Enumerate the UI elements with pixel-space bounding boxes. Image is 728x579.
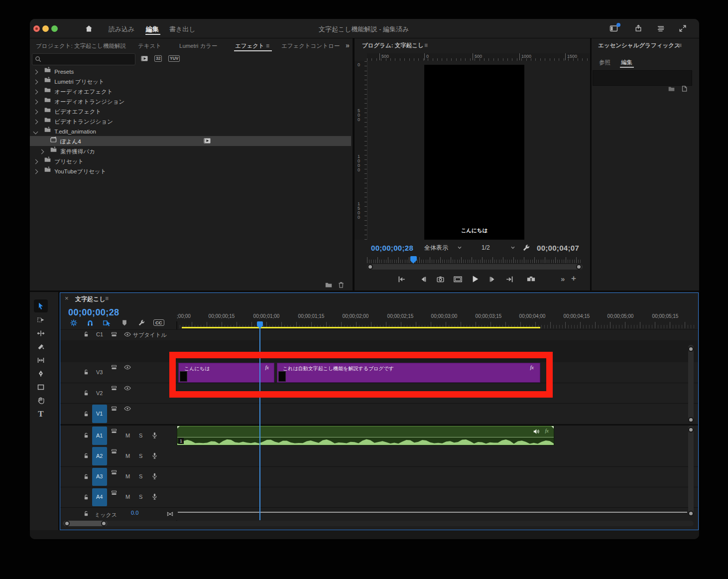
track-id-v1[interactable]: V1 [96,411,103,417]
home-icon[interactable] [85,24,93,33]
type-tool[interactable]: T [34,408,48,421]
audio-scrollbar-top-handle[interactable] [688,427,694,433]
tab-project[interactable]: プロジェクト: 文字起こし機能解説 [36,42,126,50]
step-forward-icon[interactable] [488,275,497,284]
voiceover-mic-icon[interactable] [151,493,158,502]
fade-handle-left[interactable] [177,426,180,429]
source-patch-icon[interactable] [111,469,118,477]
audio-scrollbar-track[interactable] [688,426,694,516]
rectangle-tool[interactable] [34,381,48,394]
eg-tab-browse[interactable]: 参照 [599,59,610,66]
step-back-icon[interactable] [419,275,427,284]
track-lock-icon[interactable] [83,432,90,440]
accelerated-effects-icon[interactable] [140,55,148,62]
slip-tool[interactable] [34,354,48,367]
program-scrollbar-track[interactable] [367,264,583,270]
chevron-down-icon[interactable] [33,130,38,135]
graphic-clip-2[interactable]: これは自動文字起こし機能を解説するブログです fx [277,363,540,383]
playback-resolution-dropdown[interactable]: 1/2 [476,243,517,253]
mix-volume-value[interactable]: 0.0 [131,510,138,516]
source-patch-icon[interactable] [111,364,118,372]
timeline-zoom-scrollbar-track[interactable] [62,521,694,526]
solo-button[interactable]: S [139,473,142,479]
yuv-filter-icon[interactable]: YUV [168,55,180,62]
source-patch-icon[interactable] [111,448,118,456]
tree-item-video-transitions[interactable]: ビデオトランジション [30,116,351,126]
tab-text[interactable]: テキスト [138,42,161,50]
track-lock-icon[interactable] [83,452,90,461]
track-select-forward-tool[interactable] [34,313,48,326]
zoom-scrollbar-right-handle[interactable] [101,521,107,526]
timeline-tab-label[interactable]: 文字起こし [75,295,106,303]
program-current-timecode[interactable]: 00;00;00;28 [371,244,413,252]
razor-tool[interactable] [34,340,48,353]
track-output-eye-icon[interactable] [123,405,131,414]
essential-graphics-menu-icon[interactable]: ≡ [678,42,682,49]
program-playhead[interactable] [410,256,417,261]
tree-item-presets-jp[interactable]: プリセット [30,156,351,166]
hand-tool[interactable] [34,394,48,407]
timeline-playhead-line[interactable] [259,328,260,520]
tree-item-audio-effects[interactable]: オーディオエフェクト [30,86,351,96]
selection-tool[interactable] [34,299,48,312]
track-lock-icon[interactable] [83,369,90,377]
mute-button[interactable]: M [125,473,130,479]
timeline-zoom-scrollbar-pill[interactable] [64,521,107,526]
solo-button[interactable]: S [139,494,142,500]
source-patch-icon[interactable] [111,405,118,414]
timeline-menu-icon[interactable]: ≡ [105,295,109,302]
traffic-zoom-button[interactable] [51,25,58,32]
program-monitor-menu-icon[interactable]: ≡ [424,42,428,49]
timeline-settings-wrench-icon[interactable] [137,319,145,327]
share-icon[interactable] [634,24,642,32]
captions-cc-icon[interactable]: CC [153,319,164,326]
eg-tab-edit[interactable]: 編集 [621,59,632,66]
video-scrollbar-top-handle[interactable] [688,346,694,352]
nest-toggle-icon[interactable] [70,319,78,327]
voiceover-mic-icon[interactable] [151,432,158,440]
goto-out-icon[interactable] [505,275,514,284]
voiceover-mic-icon[interactable] [151,452,158,461]
nav-tab-edit[interactable]: 編集 [146,25,159,34]
track-id-a2[interactable]: A2 [96,453,103,459]
eg-group-icon[interactable] [668,85,675,93]
settings-wrench-icon[interactable] [522,244,530,252]
tab-effects-menu-icon[interactable]: ≡ [266,42,269,49]
video-scrollbar-track[interactable] [688,345,694,423]
new-bin-icon[interactable] [325,281,333,289]
program-scrollbar-right-handle[interactable] [576,264,582,270]
track-output-eye-icon[interactable] [123,331,131,339]
fullscreen-icon[interactable] [679,24,687,32]
linked-selection-icon[interactable] [103,319,112,327]
ripple-edit-tool[interactable] [34,327,48,340]
mute-button[interactable]: M [125,433,130,438]
comparison-view-icon[interactable] [526,275,536,284]
tree-item-presets[interactable]: Presets [30,66,351,76]
chevron-right-icon[interactable] [33,70,38,75]
track-lock-icon[interactable] [83,390,90,398]
button-editor-plus-icon[interactable]: + [571,274,576,284]
eg-new-layer-icon[interactable] [680,85,688,93]
tree-item-youtube-presets[interactable]: YouTubeプリセット [30,166,351,176]
video-scrollbar-bottom-handle[interactable] [688,417,694,423]
tab-effect-controls[interactable]: エフェクトコントロー [281,42,340,50]
solo-button[interactable]: S [139,453,142,459]
track-lock-icon[interactable] [83,510,90,519]
tree-item-anken-kakutoku[interactable]: 案件獲得パカ [30,146,351,156]
export-frame-icon[interactable] [436,275,445,284]
source-patch-icon[interactable] [111,385,118,393]
tab-lumetri-color[interactable]: Lumetri カラー [179,42,218,50]
mute-button[interactable]: M [125,494,130,500]
snap-icon[interactable] [86,319,94,327]
tree-item-boyon4[interactable]: ぼよん4 [30,136,351,146]
nav-tab-export[interactable]: 書き出し [169,25,196,34]
goto-in-icon[interactable] [397,275,406,284]
track-id-a4[interactable]: A4 [96,494,103,500]
track-id-a3[interactable]: A3 [96,473,103,479]
transport-more-icon[interactable]: » [561,275,565,283]
effects-search-input[interactable] [32,53,135,65]
track-output-eye-icon[interactable] [123,385,131,393]
pen-tool[interactable] [34,367,48,380]
video-frame[interactable] [424,65,524,240]
bit32-filter-icon[interactable]: 32 [154,55,162,62]
